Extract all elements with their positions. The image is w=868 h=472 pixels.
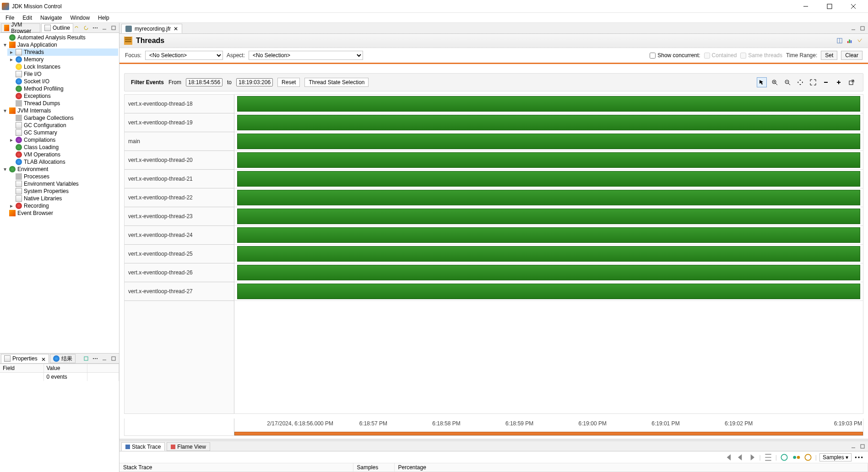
- tab-properties[interactable]: Properties ✕: [1, 354, 49, 363]
- thread-bar[interactable]: [237, 171, 860, 187]
- pointer-tool-icon[interactable]: [757, 77, 767, 87]
- settings-icon[interactable]: [856, 37, 863, 44]
- menu-help[interactable]: Help: [94, 14, 113, 22]
- tree-gcsum[interactable]: GC Summary: [7, 129, 118, 136]
- thread-label[interactable]: vert.x-eventloop-thread-26: [125, 263, 234, 282]
- set-button[interactable]: Set: [821, 51, 837, 60]
- col-value[interactable]: Value: [43, 364, 87, 373]
- tab-jvm-browser[interactable]: JVM Browser: [1, 23, 40, 32]
- tree-javaapp[interactable]: ▾Java Application: [1, 41, 118, 48]
- pane-maximize-icon[interactable]: [859, 443, 866, 450]
- tab-stack-trace[interactable]: Stack Trace: [121, 442, 165, 451]
- menu-edit[interactable]: Edit: [19, 14, 36, 22]
- thread-state-selection-button[interactable]: Thread State Selection: [304, 78, 369, 87]
- thread-lane[interactable]: [234, 132, 863, 151]
- fullscreen-icon[interactable]: [808, 77, 818, 87]
- minus-icon[interactable]: [821, 77, 831, 87]
- focus-select[interactable]: <No Selection>: [145, 51, 223, 60]
- from-input[interactable]: [186, 78, 222, 86]
- tree-method[interactable]: Method Profiling: [7, 85, 118, 92]
- thread-bar[interactable]: [237, 96, 860, 112]
- thread-bar[interactable]: [237, 190, 860, 205]
- zoom-out-icon[interactable]: [782, 77, 792, 87]
- tree-recording[interactable]: ▸Recording: [7, 202, 118, 209]
- pane-maximize-icon[interactable]: [110, 355, 117, 362]
- thread-lane[interactable]: [234, 263, 863, 282]
- thread-lane[interactable]: [234, 188, 863, 207]
- col-stack[interactable]: Stack Trace: [119, 463, 353, 472]
- close-icon[interactable]: ✕: [174, 26, 178, 32]
- thread-label[interactable]: vert.x-eventloop-thread-20: [125, 151, 234, 170]
- thread-label[interactable]: vert.x-eventloop-thread-21: [125, 170, 234, 188]
- thread-lane[interactable]: [234, 226, 863, 245]
- maximize-button[interactable]: [820, 1, 839, 12]
- tree-socketio[interactable]: Socket I/O: [7, 78, 118, 85]
- show-concurrent-checkbox[interactable]: Show concurrent:: [650, 52, 700, 59]
- thread-label[interactable]: vert.x-eventloop-thread-23: [125, 207, 234, 226]
- menu-window[interactable]: Window: [66, 14, 93, 22]
- tree-gcconf[interactable]: GC Configuration: [7, 122, 118, 129]
- layout-icon[interactable]: [836, 37, 843, 44]
- pan-icon[interactable]: [795, 77, 805, 87]
- thread-bar[interactable]: [237, 134, 860, 149]
- thread-label[interactable]: vert.x-eventloop-thread-25: [125, 245, 234, 263]
- tree-compilations[interactable]: ▸Compilations: [7, 136, 118, 144]
- reset-button[interactable]: Reset: [277, 78, 300, 87]
- new-window-icon[interactable]: [82, 355, 90, 362]
- refresh-icon[interactable]: [82, 24, 90, 32]
- view-menu-icon[interactable]: [92, 24, 99, 32]
- tree-classload[interactable]: Class Loading: [7, 144, 118, 151]
- tree-native[interactable]: Native Libraries: [7, 195, 118, 202]
- thread-label[interactable]: vert.x-eventloop-thread-18: [125, 95, 234, 113]
- thread-lane[interactable]: [234, 95, 863, 113]
- tab-outline[interactable]: Outline: [41, 23, 73, 32]
- outline-tree[interactable]: Automated Analysis Results ▾Java Applica…: [0, 33, 119, 353]
- editor-tab-recording[interactable]: myrecording.jfr ✕: [121, 24, 182, 33]
- samples-selector[interactable]: Samples ▾: [819, 453, 852, 461]
- thread-bar[interactable]: [237, 115, 860, 130]
- thread-lane[interactable]: [234, 207, 863, 226]
- tree-envvars[interactable]: Environment Variables: [7, 180, 118, 188]
- tab-results[interactable]: 结果: [50, 354, 76, 363]
- table-row[interactable]: 0 events: [0, 373, 119, 381]
- thread-label[interactable]: vert.x-eventloop-thread-22: [125, 188, 234, 207]
- aspect-select[interactable]: <No Selection>: [249, 51, 363, 60]
- nav-prev-icon[interactable]: [736, 453, 745, 462]
- thread-bar[interactable]: [237, 152, 860, 168]
- close-icon[interactable]: ✕: [41, 356, 46, 361]
- thread-label[interactable]: main: [125, 132, 234, 151]
- pane-minimize-icon[interactable]: [850, 25, 857, 32]
- tree-tdumps[interactable]: Thread Dumps: [7, 100, 118, 107]
- pane-minimize-icon[interactable]: [101, 24, 108, 32]
- range-bar[interactable]: [234, 432, 863, 435]
- thread-lane[interactable]: [234, 245, 863, 263]
- threads-chart[interactable]: vert.x-eventloop-thread-18vert.x-eventlo…: [124, 94, 863, 414]
- pane-maximize-icon[interactable]: [110, 24, 117, 32]
- pane-minimize-icon[interactable]: [850, 443, 857, 450]
- tree-exceptions[interactable]: Exceptions: [7, 92, 118, 100]
- tree-automated[interactable]: Automated Analysis Results: [1, 34, 118, 41]
- minimize-button[interactable]: [797, 1, 815, 12]
- stack-trace-table[interactable]: Stack Trace Samples Percentage: [119, 463, 868, 472]
- tree-eventbrowser[interactable]: Event Browser: [1, 209, 118, 217]
- thread-label[interactable]: vert.x-eventloop-thread-24: [125, 226, 234, 245]
- thread-bar[interactable]: [237, 209, 860, 224]
- tree-mode-icon[interactable]: [764, 453, 773, 462]
- thread-lane[interactable]: [234, 113, 863, 132]
- tree-memory[interactable]: ▸Memory: [7, 56, 118, 63]
- tree-threads[interactable]: ▸Threads: [7, 48, 118, 56]
- view-menu-icon[interactable]: [92, 355, 99, 362]
- thread-label[interactable]: vert.x-eventloop-thread-19: [125, 113, 234, 132]
- group-icon[interactable]: [780, 453, 789, 462]
- nav-first-icon[interactable]: [724, 453, 733, 462]
- tree-fileio[interactable]: File I/O: [7, 70, 118, 78]
- layers-icon[interactable]: [803, 453, 813, 462]
- tree-lock[interactable]: Lock Instances: [7, 63, 118, 70]
- to-input[interactable]: [236, 78, 273, 86]
- thread-bar[interactable]: [237, 284, 860, 299]
- link-icon[interactable]: [73, 24, 81, 32]
- clear-button[interactable]: Clear: [841, 51, 863, 60]
- tree-jvminternals[interactable]: ▾JVM Internals: [1, 107, 118, 114]
- pane-maximize-icon[interactable]: [859, 25, 866, 32]
- col-samples[interactable]: Samples: [353, 463, 394, 472]
